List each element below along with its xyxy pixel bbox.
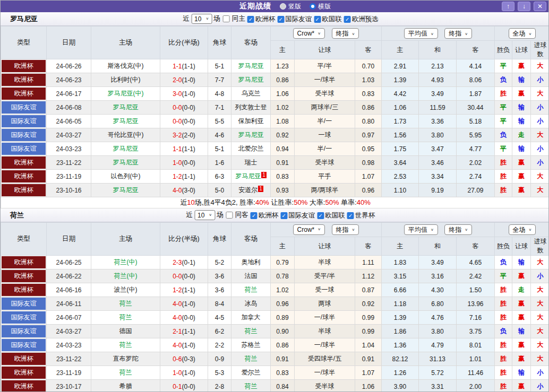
- competition-badge: 欧洲杯: [1, 269, 47, 283]
- result-handicap: 赢: [512, 380, 531, 392]
- same-venue-checkbox[interactable]: 同客: [226, 211, 248, 220]
- checkbox-checked-icon[interactable]: ✓: [344, 16, 351, 23]
- euro-odds-time-select[interactable]: 终指∨: [444, 224, 472, 235]
- away-team-name: 瑞士: [245, 159, 258, 166]
- col-score: 比分(半场): [160, 223, 208, 256]
- competition-label: 欧国联: [325, 211, 345, 220]
- halftime-score: (1-0): [182, 76, 195, 84]
- layout-radio-vertical[interactable]: 竖版: [280, 2, 301, 11]
- fulltime-score: 0-6: [173, 355, 182, 363]
- checkbox-checked-icon[interactable]: ✓: [251, 212, 258, 219]
- asian-away-odds: 0.70: [355, 59, 382, 73]
- same-venue-label: 同主: [232, 14, 245, 23]
- away-team: 荷兰: [231, 283, 271, 297]
- bookmaker-select[interactable]: Crow*∨: [293, 28, 325, 39]
- competition-badge-label: 国际友谊: [2, 311, 46, 324]
- competition-checkbox[interactable]: ✓欧国联: [314, 15, 342, 24]
- checkbox-unchecked-icon[interactable]: [223, 15, 230, 22]
- result-goals: 大: [531, 338, 549, 352]
- radio-selected-icon[interactable]: [310, 3, 316, 10]
- period-select[interactable]: 全场∨: [509, 28, 536, 39]
- home-team: 斯洛伐克(中): [91, 59, 160, 73]
- result-handicap: 赢: [512, 170, 531, 184]
- match-row: 国际友谊24-06-07荷兰4-0(0-0)4-5加拿大0.89一/球半0.99…: [1, 311, 549, 325]
- competition-checkbox[interactable]: ✓欧洲杯: [247, 15, 275, 24]
- result-handicap: 输: [512, 73, 531, 87]
- match-row: 欧洲杯24-06-23比利时(中)2-0(1-0)7-7罗马尼亚0.86一/球半…: [1, 73, 549, 87]
- away-team-name: 罗马尼亚: [235, 172, 261, 180]
- competition-checkbox[interactable]: ✓欧国联: [317, 211, 345, 220]
- home-team: 荷兰: [91, 297, 160, 311]
- checkbox-unchecked-icon[interactable]: [226, 212, 233, 219]
- score: 2-0(1-0): [160, 73, 208, 87]
- euro-home-odds: 3.64: [382, 156, 419, 170]
- euro-away-odds: 2.74: [457, 170, 495, 184]
- radio-horizontal-label: 横版: [318, 2, 331, 11]
- halftime-score: (0-1): [182, 259, 195, 266]
- result-goals: 小: [531, 115, 549, 128]
- halftime-score: (2-0): [182, 132, 195, 139]
- away-team-name: 乌克兰: [242, 90, 261, 97]
- same-venue-checkbox[interactable]: 同主: [223, 14, 245, 23]
- euro-odds-time-select[interactable]: 终指∨: [444, 28, 472, 39]
- match-count-select[interactable]: 10 ∨: [194, 210, 215, 220]
- checkbox-checked-icon[interactable]: ✓: [347, 212, 354, 219]
- euro-odds-source-select[interactable]: 平均值∨: [404, 224, 438, 235]
- checkbox-checked-icon[interactable]: ✓: [314, 16, 321, 23]
- checkbox-checked-icon[interactable]: ✓: [247, 16, 254, 23]
- competition-checkbox[interactable]: ✓国际友谊: [277, 15, 312, 24]
- competition-checkbox[interactable]: ✓国际友谊: [280, 211, 315, 220]
- match-row: 国际友谊24-06-05罗马尼亚0-0(0-0)5-5保加利亚1.08半/一0.…: [1, 115, 549, 128]
- corner-count: 0-9: [208, 352, 231, 366]
- layout-radio-horizontal[interactable]: 横版: [310, 2, 331, 11]
- checkbox-checked-icon[interactable]: ✓: [277, 16, 284, 23]
- up-arrow-button[interactable]: ↑: [502, 2, 514, 11]
- home-team-name: 直布罗陀: [113, 355, 139, 362]
- result-wdl: 平: [495, 59, 512, 73]
- match-count-value: 10: [194, 15, 201, 23]
- col-result-handicap: 让球: [512, 41, 531, 59]
- asian-away-odds: 0.99: [355, 311, 382, 325]
- away-team-name: 爱尔兰: [242, 369, 261, 376]
- radio-unselected-icon[interactable]: [280, 3, 286, 10]
- competition-badge-label: 欧洲杯: [2, 284, 46, 296]
- corner-count: 3-6: [208, 269, 231, 283]
- home-team: 罗马尼亚: [91, 156, 160, 170]
- close-button[interactable]: ✕: [534, 2, 546, 11]
- competition-checkbox[interactable]: ✓世界杯: [347, 211, 375, 220]
- bookmaker-select[interactable]: Crow*∨: [293, 224, 325, 235]
- checkbox-checked-icon[interactable]: ✓: [280, 212, 287, 219]
- period-select[interactable]: 全场∨: [509, 224, 536, 235]
- asian-odds-time-select[interactable]: 终指∨: [332, 28, 359, 39]
- asian-home-odds: 1.02: [271, 101, 295, 115]
- period-value: 全场: [513, 29, 526, 38]
- result-handicap: 输: [512, 325, 531, 338]
- fulltime-score: 1-1: [173, 63, 182, 70]
- asian-odds-time-select[interactable]: 终指∨: [332, 224, 359, 235]
- halftime-score: (0-0): [182, 383, 195, 390]
- asian-away-odds: 1.07: [355, 170, 382, 184]
- away-team: 爱尔兰: [231, 366, 271, 380]
- checkbox-checked-icon[interactable]: ✓: [317, 212, 324, 219]
- euro-home-odds: 1.36: [382, 338, 419, 352]
- asian-away-odds: 0.92: [355, 297, 382, 311]
- competition-badge: 欧洲杯: [1, 256, 47, 269]
- euro-odds-source-select[interactable]: 平均值∨: [404, 28, 438, 39]
- col-euro-home: 主: [382, 41, 419, 59]
- down-arrow-button[interactable]: ↓: [518, 2, 530, 11]
- competition-checkbox[interactable]: ✓欧洲杯: [251, 211, 278, 220]
- home-team: 比利时(中): [91, 73, 160, 87]
- match-row: 国际友谊24-03-23罗马尼亚1-1(1-1)5-1北爱尔兰0.94半/一0.…: [1, 142, 549, 156]
- match-date: 24-06-26: [47, 59, 91, 73]
- competition-badge-label: 国际友谊: [2, 143, 46, 155]
- match-count-select[interactable]: 10 ∨: [191, 14, 212, 24]
- competition-checkbox[interactable]: ✓欧洲预选: [344, 15, 379, 24]
- col-result-goals: 进球数: [531, 237, 549, 256]
- asian-home-odds: 1.06: [271, 87, 295, 101]
- home-team: 荷兰(中): [91, 256, 160, 269]
- home-team-name: 荷兰: [119, 300, 132, 307]
- home-team-name: 罗马尼亚: [113, 103, 139, 111]
- home-team: 罗马尼亚(中): [91, 87, 160, 101]
- chevron-down-icon: ∨: [465, 32, 468, 36]
- away-team-name: 荷兰: [245, 286, 258, 293]
